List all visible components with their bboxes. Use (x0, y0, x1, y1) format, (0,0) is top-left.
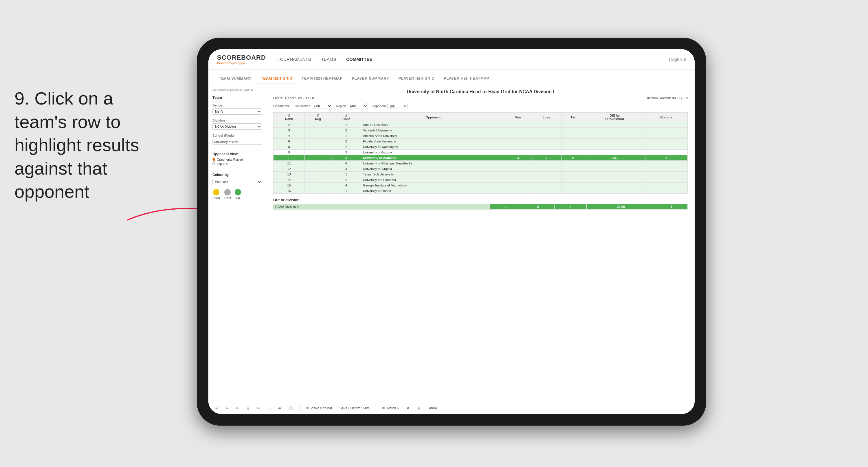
tab-team-h2h-grid[interactable]: TEAM H2H GRID (256, 74, 297, 83)
region-filter-select[interactable]: (All) (348, 103, 368, 109)
toolbar-share[interactable]: Share (426, 405, 439, 411)
cell-win (505, 161, 531, 166)
cell-conf: 3 (331, 166, 361, 172)
table-row[interactable]: 14-2University of Oklahoma (274, 177, 688, 183)
sidebar-team-section: Team (212, 95, 262, 99)
table-row[interactable]: 3-2Vanderbilt University (274, 128, 688, 133)
opponent-view-title: Opponent View (212, 152, 262, 156)
cell-loss (531, 144, 561, 150)
cell-win (505, 172, 531, 177)
cell-tie (561, 166, 584, 172)
tab-team-summary[interactable]: TEAM SUMMARY (214, 74, 256, 83)
overall-record-value: 89 - 17 - 0 (299, 96, 314, 100)
legend-up-label: Up (236, 196, 240, 200)
redo-icon: ↪ (226, 406, 229, 410)
cell-diff: 2.61 (584, 155, 645, 161)
cell-loss (531, 161, 561, 166)
cell-win (505, 128, 531, 133)
table-row[interactable]: 12-3University of Virginia (274, 166, 688, 172)
table-row[interactable]: 11-5University of Alabama3002.618 (274, 155, 688, 161)
tab-player-h2h-heatmap[interactable]: PLAYER H2H HEATMAP (439, 74, 494, 83)
cell-reg: - (305, 144, 332, 150)
filters-row: Opponents: Conference (All) Region (All) (273, 103, 688, 109)
table-row[interactable]: 11-6University of Arkansas, Fayetteville (274, 161, 688, 166)
cell-loss (531, 139, 561, 144)
cell-reg: - (305, 128, 332, 133)
undo-icon: ↩ (215, 406, 218, 410)
cell-rounds (645, 166, 687, 172)
toolbar-time[interactable]: 🕐 (286, 405, 295, 411)
table-row[interactable]: 16-1University of Florida (274, 188, 688, 194)
table-row[interactable]: 2-1Auburn University (274, 122, 688, 128)
sidebar-colour-section: Colour by Win/Loss Strokes (212, 173, 262, 185)
table-row[interactable]: 13-1Texas Tech University (274, 172, 688, 177)
toolbar-cut[interactable]: ✂ (255, 405, 262, 411)
table-row[interactable]: 6-2Florida State University (274, 139, 688, 144)
data-table: #Rank #Reg #Conf Opponent Win Loss Tie D… (273, 112, 688, 194)
cell-rank: 13 (274, 172, 305, 177)
conference-filter-select[interactable]: (All) (312, 103, 332, 109)
legend-up-dot (235, 189, 241, 196)
toolbar-view-original[interactable]: 👁 View: Original (304, 405, 334, 411)
cell-rounds (645, 133, 687, 139)
toolbar-save-custom[interactable]: Save Custom View (337, 405, 371, 411)
gender-select[interactable]: Men's Women's (212, 108, 262, 115)
colour-by-select[interactable]: Win/Loss Strokes (212, 179, 262, 185)
cell-tie (561, 128, 584, 133)
cell-reg: - (305, 166, 332, 172)
tab-team-h2h-heatmap[interactable]: TEAM H2H HEATMAP (297, 74, 347, 83)
cell-loss (531, 172, 561, 177)
toolbar-refresh[interactable]: ⟳ (234, 405, 241, 411)
cell-reg: - (305, 133, 332, 139)
toolbar-add[interactable]: ⊕ (276, 405, 283, 411)
toolbar-monitor[interactable]: 🖥 (404, 405, 412, 411)
toolbar-clipboard[interactable]: ⬚ (265, 405, 273, 411)
out-division-table: NCAA Division II 1 0 0 26.00 3 (273, 204, 688, 210)
cell-reg: - (305, 188, 332, 194)
toolbar-watch[interactable]: 👁 Watch ▾ (379, 405, 401, 411)
table-row[interactable]: 4-1Arizona State University (274, 133, 688, 139)
tab-player-h2h-grid[interactable]: PLAYER H2H GRID (394, 74, 439, 83)
table-row[interactable]: 8-2University of Washington (274, 144, 688, 150)
opponent-filter-select[interactable]: (All) (387, 103, 407, 109)
cell-win (505, 188, 531, 194)
add-icon: ⊕ (278, 406, 281, 410)
conference-filter: Conference (All) (294, 103, 332, 109)
tab-player-summary[interactable]: PLAYER SUMMARY (347, 74, 394, 83)
radio-opponents-played[interactable]: Opponents Played (212, 158, 262, 161)
cell-tie (561, 183, 584, 188)
division-record-label: Division Record: (646, 96, 671, 100)
layout-icon: ⊞ (417, 406, 420, 410)
cell-opponent: Texas Tech University (361, 172, 505, 177)
out-division-row[interactable]: NCAA Division II 1 0 0 26.00 3 (274, 204, 688, 210)
nav-tournaments[interactable]: TOURNAMENTS (278, 57, 311, 62)
cell-opponent: Auburn University (361, 122, 505, 128)
toolbar-redo[interactable]: ↪ (223, 405, 231, 411)
table-row[interactable]: 9-3University of Arizona (274, 150, 688, 155)
refresh-icon: ⟳ (236, 406, 239, 410)
nav-committee[interactable]: COMMITTEE (346, 57, 372, 62)
toolbar-sep-2 (375, 405, 375, 411)
toolbar-grid-view[interactable]: ⊞ (244, 405, 252, 411)
toolbar-layout[interactable]: ⊞ (415, 405, 423, 411)
cell-diff (584, 161, 645, 166)
cell-rank: 2 (274, 122, 305, 128)
cell-tie (561, 144, 584, 150)
cell-rounds (645, 183, 687, 188)
school-input[interactable] (212, 139, 262, 145)
sign-out[interactable]: | Sign out (669, 57, 686, 62)
opponents-filter-label: Opponents: (273, 104, 290, 108)
radio-top100[interactable]: Top 100 (212, 162, 262, 166)
nav-teams[interactable]: TEAMS (321, 57, 336, 62)
cell-diff (584, 122, 645, 128)
cell-loss (531, 133, 561, 139)
table-row[interactable]: 15-4Georgia Institute of Technology (274, 183, 688, 188)
cell-win (505, 150, 531, 155)
toolbar-undo[interactable]: ↩ (213, 405, 221, 411)
sub-nav: TEAM SUMMARY TEAM H2H GRID TEAM H2H HEAT… (208, 69, 694, 83)
cell-rounds (645, 172, 687, 177)
cell-reg: - (305, 161, 332, 166)
out-div-spacer (432, 204, 490, 210)
division-select[interactable]: NCAA Division I NCAA Division II NCAA Di… (212, 123, 262, 130)
cell-loss (531, 150, 561, 155)
